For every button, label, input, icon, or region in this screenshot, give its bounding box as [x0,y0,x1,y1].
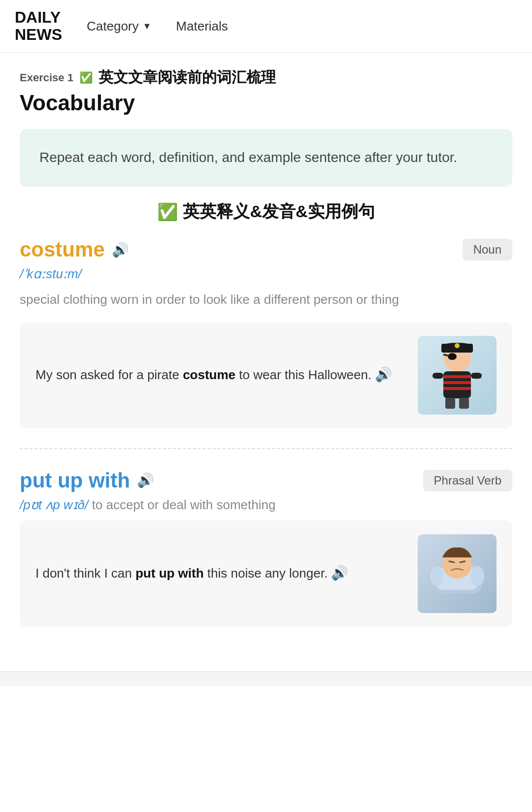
phonetic-put-up-with: /pʊt ʌp wɪð/ to accept or deal with some… [20,497,512,513]
example-image-put-up-with [418,534,497,613]
svg-rect-7 [443,387,471,390]
word-title-costume: costume 🔊 [20,238,129,261]
word-text-put-up-with: put up with [20,469,130,492]
word-type-put-up-with: Phrasal Verb [423,470,512,491]
example-text-put-up-with: I don't think I can put up with this noi… [35,562,408,585]
example-box-costume: My son asked for a pirate costume to wea… [20,322,512,428]
svg-rect-13 [459,398,469,409]
phonetic-definition-put-up-with: to accept or deal with something [92,497,276,512]
svg-point-20 [470,566,484,586]
check-icon-subtitle: ✅ [157,202,178,222]
svg-rect-5 [443,375,471,378]
phonetic-text-put-up-with: /pʊt ʌp wɪð/ [20,497,88,512]
vocab-item-costume: costume 🔊 Noun /ˈkɑːstuːm/ special cloth… [20,238,512,428]
chevron-down-icon: ▼ [143,21,152,32]
phonetic-costume: /ˈkɑːstuːm/ [20,266,512,282]
check-icon-header: ✅ [79,71,93,84]
bottom-bar [0,671,532,686]
speaker-icon-costume[interactable]: 🔊 [112,242,129,258]
word-type-costume: Noun [463,239,512,260]
speaker-icon-example-costume[interactable]: 🔊 [375,367,392,382]
svg-rect-9 [471,373,482,379]
svg-line-11 [443,355,448,356]
instruction-box: Repeat each word, definition, and exampl… [20,129,512,187]
svg-rect-12 [445,398,455,409]
exercise-number: Exercise 1 [20,71,73,84]
subtitle-text: 英英释义&发音&实用例句 [183,200,374,223]
svg-line-17 [449,561,454,562]
example-image-costume [418,336,497,415]
word-row-put-up-with: put up with 🔊 Phrasal Verb [20,469,512,492]
vocab-item-put-up-with: put up with 🔊 Phrasal Verb /pʊt ʌp wɪð/ … [20,469,512,627]
phonetic-text-costume: /ˈkɑːstuːm/ [20,266,82,281]
example-box-put-up-with: I don't think I can put up with this noi… [20,520,512,627]
navbar: DAILY NEWS Category ▼ Materials [0,0,532,53]
definition-costume: special clothing worn in order to look l… [20,290,512,310]
svg-line-18 [460,561,465,562]
materials-link[interactable]: Materials [176,19,228,34]
speaker-icon-example-put-up-with[interactable]: 🔊 [331,565,348,581]
category-menu[interactable]: Category ▼ [87,19,151,34]
instruction-text: Repeat each word, definition, and exampl… [39,147,493,169]
svg-rect-8 [432,373,443,379]
svg-point-10 [448,353,457,360]
example-text-costume: My son asked for a pirate costume to wea… [35,364,408,386]
exercise-label: Exercise 1 ✅ 英文文章阅读前的词汇梳理 [20,67,512,88]
brand-logo: DAILY NEWS [15,9,62,43]
word-text-costume: costume [20,238,105,261]
chinese-subtitle: ✅ 英英释义&发音&实用例句 [20,200,512,223]
category-label: Category [87,19,139,34]
speaker-icon-put-up-with[interactable]: 🔊 [137,472,154,488]
word-title-put-up-with: put up with 🔊 [20,469,154,492]
vocab-divider [20,448,512,449]
exercise-chinese-header: 英文文章阅读前的词汇梳理 [99,67,276,88]
word-row-costume: costume 🔊 Noun [20,238,512,261]
svg-point-3 [455,343,460,348]
exercise-title: Vocabulary [20,91,512,115]
svg-point-19 [430,566,444,586]
svg-rect-6 [443,381,471,384]
main-content: Exercise 1 ✅ 英文文章阅读前的词汇梳理 Vocabulary Rep… [0,53,532,661]
